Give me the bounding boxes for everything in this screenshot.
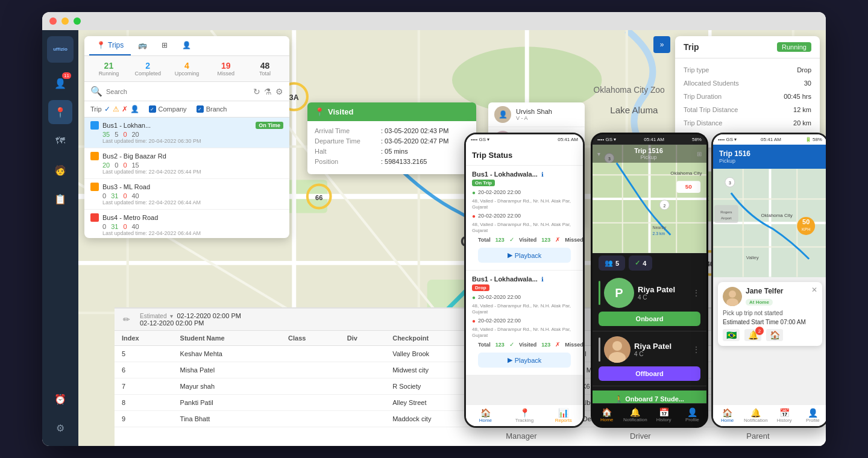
tab-grid[interactable]: ⊞ (154, 36, 175, 55)
trip-item-2[interactable]: Bus2 - Big Baazar Rd 20 0 0 15 Last upda… (84, 148, 289, 179)
dropdown-arrow: ▾ (170, 313, 173, 319)
offboard-button[interactable]: Offboard (599, 366, 700, 381)
filter-branch[interactable]: ✓ Branch (197, 105, 227, 113)
company-checkbox[interactable]: ✓ (149, 105, 156, 113)
trip-item-4[interactable]: Bus4 - Metro Road 0 31 0 40 Last updated… (84, 210, 289, 238)
event2-address: 48, Valled - Dharampur Rd., Nr. N.H. Ata… (472, 222, 577, 227)
svg-text:Lake Aluma: Lake Aluma (610, 105, 658, 115)
manager-nav: 🏠 Home 📍 Tracking 📊 Reports (466, 404, 583, 426)
manager-stats2: Total 123 ✓ Visited 123 ✗ Missed 123 (472, 339, 577, 350)
manager-title: Trip Status (472, 151, 512, 160)
parent-profile-icon: 👤 (799, 408, 826, 418)
refresh-icon[interactable]: ↻ (253, 87, 260, 96)
m1-visited: Visited (519, 237, 536, 243)
parent-header: Trip 1516 Pickup (713, 145, 826, 169)
tracking-icon: 📍 (505, 408, 544, 418)
manager-playback2-button[interactable]: ▶ Playback (478, 353, 571, 368)
trip3-nums: 0 31 0 40 (102, 192, 283, 199)
driver-stat-students[interactable]: 👥 5 (599, 256, 625, 271)
reports-icon: 📊 (544, 408, 583, 418)
driver-person-card-1: P Riya Patel 4 C ⋮ Onboard (593, 273, 706, 331)
branch-checkbox[interactable]: ✓ (197, 105, 204, 113)
more-icon-2[interactable]: ⋮ (692, 345, 700, 354)
driver-map-header: ▾ Trip 1516 Pickup ⊞ (593, 145, 706, 163)
tab-bus[interactable]: 🚌 (131, 36, 154, 55)
sidebar-item-clock[interactable]: ⏰ (48, 387, 72, 411)
person-tab-icon: 👤 (182, 41, 191, 49)
edit-icon[interactable]: ✏ (123, 315, 130, 324)
manager-nav-tracking[interactable]: 📍 Tracking (505, 405, 544, 426)
filter-company[interactable]: ✓ Company (149, 105, 187, 113)
driver-stat-completed[interactable]: ✓ 4 (629, 256, 652, 271)
tab-trips[interactable]: 📍 Trips (89, 36, 131, 55)
svg-text:Airport: Airport (721, 216, 732, 220)
check-icon: ✓ (635, 259, 640, 267)
trip4-updated: Last updated time: 22-04-2022 06:44 AM (102, 230, 283, 236)
parent-nav-notification[interactable]: 🔔 Notification (741, 405, 770, 426)
student1-name: Urvish Shah (516, 108, 552, 115)
parent-nav-home[interactable]: 🏠 Home (713, 405, 741, 426)
jane-close-button[interactable]: ✕ (811, 286, 817, 294)
search-input[interactable] (106, 88, 250, 95)
tab-person[interactable]: 👤 (175, 36, 198, 55)
manager-bus1-name: Bus1 - Lokhadwala... (472, 171, 538, 178)
parent-nav-history[interactable]: 📅 History (770, 405, 799, 426)
cell-class (281, 362, 340, 378)
svg-text:Oklahoma City: Oklahoma City (670, 171, 702, 176)
minimize-dot[interactable] (61, 17, 69, 25)
running-count: 21 (92, 61, 126, 71)
info-row-students: Allocated Students 30 (675, 77, 820, 90)
sidebar-item-profile[interactable]: 👤 11 (48, 71, 72, 95)
driver-nav-notification[interactable]: 🔔 Notification (621, 404, 649, 426)
back-arrow[interactable]: ▾ (597, 151, 600, 157)
svg-point-85 (729, 290, 736, 298)
visited-title: Visited (328, 107, 353, 116)
event3-dot: ● (472, 294, 476, 301)
driver-nav-profile[interactable]: 👤 Profile (678, 404, 706, 426)
parent-home-icon: 🏠 (713, 408, 741, 418)
more-icon-1[interactable]: ⋮ (692, 288, 700, 298)
sidebar-item-list[interactable]: 📋 (48, 187, 72, 211)
settings-icon[interactable]: ⚙ (275, 87, 283, 96)
cell-index: 8 (115, 395, 173, 411)
manager-phone: •••• GS ▾ 05:41 AM Trip Status Bus1 - Lo… (464, 133, 585, 428)
layers-icon[interactable]: ⊞ (697, 151, 702, 157)
expand-dot[interactable] (74, 17, 81, 25)
person-filter-icon: 👤 (130, 105, 139, 113)
manager-nav-reports[interactable]: 📊 Reports (544, 405, 583, 426)
event3-region: Gujarat (472, 309, 577, 315)
trip-item-1[interactable]: Bus1 - Lokhan... On Time 35 5 0 20 Last … (84, 118, 289, 148)
trip4-nums: 0 31 0 40 (102, 223, 283, 230)
filter-icon[interactable]: ⚗ (264, 87, 272, 96)
trip-item-3[interactable]: Bus3 - ML Road 0 31 0 40 Last updated ti… (84, 179, 289, 210)
grid-icon: ⊞ (162, 41, 168, 49)
manager-nav-home[interactable]: 🏠 Home (466, 405, 505, 426)
driver-notif-label: Notification (621, 417, 649, 422)
driver-stats-row: 👥 5 ✓ 4 (593, 253, 706, 273)
manager-playback1-button[interactable]: ▶ Playback (478, 248, 571, 263)
sidebar-item-settings[interactable]: ⚙ (48, 416, 72, 440)
parent-nav-profile[interactable]: 👤 Profile (799, 405, 826, 426)
onboard-icon: 🚶 (615, 395, 623, 403)
expand-panel-button[interactable]: » (653, 36, 670, 53)
trip-info-panel: Trip Running Trip type Drop Allocated St… (675, 36, 820, 148)
sidebar-item-location[interactable]: 📍 (48, 100, 72, 124)
driver-nav-history[interactable]: 📅 History (650, 404, 678, 426)
svg-text:3A: 3A (289, 93, 299, 102)
playback2-label: Playback (515, 357, 542, 364)
event2-dot: ● (472, 213, 476, 219)
sidebar-item-map[interactable]: 🗺 (48, 129, 72, 153)
student1-class: V - A (516, 115, 552, 121)
svg-text:Rogers: Rogers (720, 210, 732, 214)
event2-region: Gujarat (472, 228, 577, 233)
jane-action-icons: 🇧🇷 🔔 2 🏠 (723, 329, 817, 341)
trip1-badge: On Time (256, 122, 283, 129)
trip4-icon (90, 213, 99, 222)
close-dot[interactable] (49, 17, 57, 25)
onboard-button-1[interactable]: Onboard (599, 312, 700, 326)
event1-address: 48, Valled - Dharampur Rd., Nr. N.H. Ata… (472, 198, 577, 204)
manager-time: 05:41 AM (558, 137, 578, 142)
sidebar-item-person[interactable]: 🧑 (48, 158, 72, 182)
driver-nav-home[interactable]: 🏠 Home (593, 404, 621, 426)
profile-icon: 👤 (54, 78, 66, 89)
